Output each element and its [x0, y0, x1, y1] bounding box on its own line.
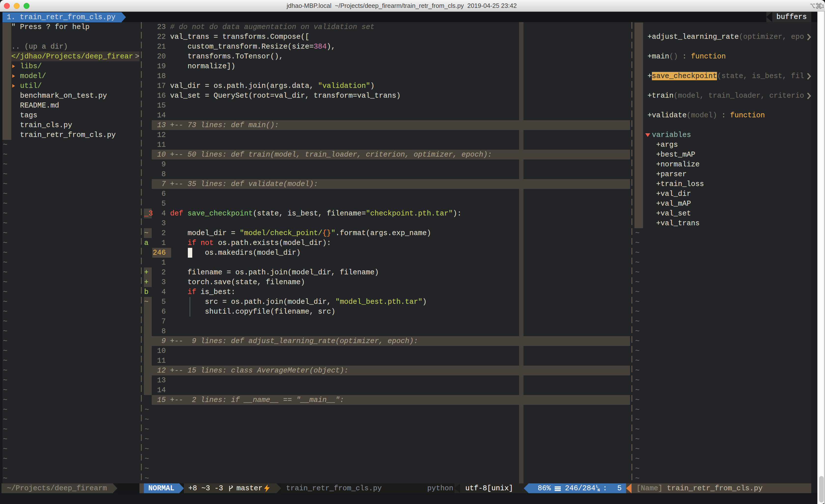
svg-text:1: 1 [822, 3, 824, 9]
